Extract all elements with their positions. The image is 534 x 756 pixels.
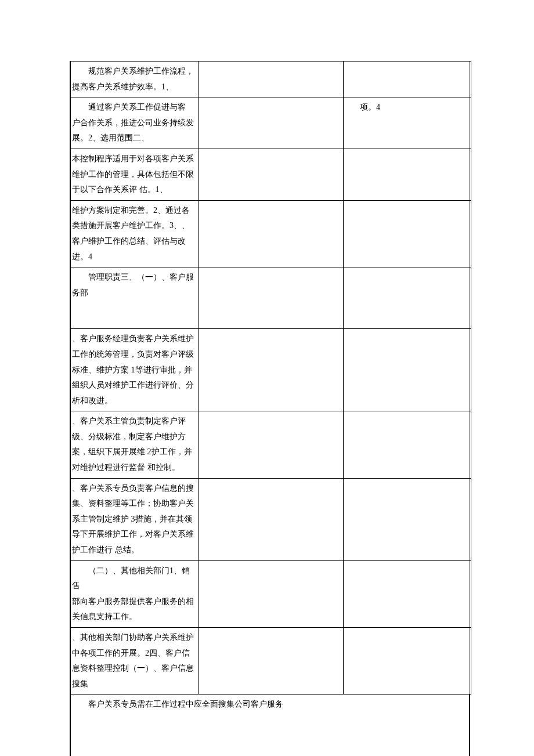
row-7: 、客户关系主管负责制定客户评级、分级标准，制定客户维护方案，组织下属开展维 2护… <box>70 411 471 478</box>
cell-mid-9 <box>199 561 344 628</box>
cell-mid-5 <box>199 267 344 329</box>
cell-right-7 <box>344 411 471 478</box>
cell-right-8 <box>344 479 471 560</box>
bottom-full-row: 客户关系专员需在工作过程中应全面搜集公司客户服务 <box>70 694 470 756</box>
row-10: 、其他相关部门协助客户关系维护中各项工作的开展。2四、客户信息资料整理控制（一）… <box>70 628 471 694</box>
text: 、客户服务经理负责客户关系维护工作的统筹管理，负责对客户评级标准、维护方案 1等… <box>72 333 194 406</box>
text: 规范客户关系维护工作流程， <box>72 64 196 79</box>
cell-right-1 <box>344 62 471 97</box>
cell-left-8: 、客户关系专员负责客户信息的搜集、资料整理等工作；协助客户关系主管制定维护 3措… <box>71 479 199 560</box>
text: 部向客户服务部提供客户服务的相关信息支持工作。 <box>72 596 194 623</box>
text: 、其他相关部门协助客户关系维护中各项工作的开展。2四、客户信息资料整理控制（一）… <box>72 632 194 689</box>
cell-left-3: 本控制程序适用于对各项客户关系维护工作的管理，具体包括但不限于以下合作关系评 估… <box>71 149 199 200</box>
cell-right-3 <box>344 149 471 200</box>
cell-left-10: 、其他相关部门协助客户关系维护中各项工作的开展。2四、客户信息资料整理控制（一）… <box>71 628 199 694</box>
bottom-text: 客户关系专员需在工作过程中应全面搜集公司客户服务 <box>72 697 468 712</box>
cell-mid-7 <box>199 411 344 478</box>
cell-mid-4 <box>199 201 344 267</box>
text: 户合作关系，推进公司业务持续发展。2、选用范围二、 <box>72 117 194 144</box>
cell-right-4 <box>344 201 471 267</box>
cell-left-2: 通过客户关系工作促进与客 户合作关系，推进公司业务持续发展。2、选用范围二、 <box>71 97 199 149</box>
cell-right-5 <box>344 267 471 329</box>
cell-right-10 <box>344 628 471 694</box>
row-6: 、客户服务经理负责客户关系维护工作的统筹管理，负责对客户评级标准、维护方案 1等… <box>70 329 471 411</box>
text: 通过客户关系工作促进与客 <box>72 100 196 115</box>
cell-left-4: 维护方案制定和完善。2、通过各类措施开展客户维护工作。3、、客户维护工作的总结、… <box>71 201 199 267</box>
cell-left-1: 规范客户关系维护工作流程， 提高客户关系维护效率。1、 <box>71 62 199 97</box>
cell-left-5: 管理职责三、（一）、客户服 务部 <box>71 267 199 329</box>
text: 管理职责三、（一）、客户服 务部 <box>72 270 196 301</box>
row-5: 管理职责三、（一）、客户服 务部 <box>70 267 471 329</box>
cell-right-6 <box>344 329 471 411</box>
cell-left-9: （二）、其他相关部门1、销售 部向客户服务部提供客户服务的相关信息支持工作。 <box>71 561 199 628</box>
text: 提高客户关系维护效率。1、 <box>72 81 174 92</box>
cell-right-9 <box>344 561 471 628</box>
row-2: 通过客户关系工作促进与客 户合作关系，推进公司业务持续发展。2、选用范围二、 项… <box>70 97 471 149</box>
cell-mid-10 <box>199 628 344 694</box>
text: （二）、其他相关部门1、销售 <box>72 563 196 594</box>
cell-mid-6 <box>199 329 344 411</box>
cell-mid-2 <box>199 97 344 149</box>
text: 、客户关系专员负责客户信息的搜集、资料整理等工作；协助客户关系主管制定维护 3措… <box>72 483 194 555</box>
text: 本控制程序适用于对各项客户关系维护工作的管理，具体包括但不限于以下合作关系评 估… <box>72 153 194 195</box>
row-9: （二）、其他相关部门1、销售 部向客户服务部提供客户服务的相关信息支持工作。 <box>70 561 471 628</box>
text: 项。4 <box>360 103 380 111</box>
row-8: 、客户关系专员负责客户信息的搜集、资料整理等工作；协助客户关系主管制定维护 3措… <box>70 479 471 561</box>
cell-left-6: 、客户服务经理负责客户关系维护工作的统筹管理，负责对客户评级标准、维护方案 1等… <box>71 329 199 411</box>
text: 维护方案制定和完善。2、通过各类措施开展客户维护工作。3、、客户维护工作的总结、… <box>72 205 190 262</box>
row-3: 本控制程序适用于对各项客户关系维护工作的管理，具体包括但不限于以下合作关系评 估… <box>70 149 471 201</box>
cell-mid-8 <box>199 479 344 560</box>
cell-mid-3 <box>199 149 344 200</box>
cell-left-7: 、客户关系主管负责制定客户评级、分级标准，制定客户维护方案，组织下属开展维 2护… <box>71 411 199 478</box>
text: 、客户关系主管负责制定客户评级、分级标准，制定客户维护方案，组织下属开展维 2护… <box>72 415 192 473</box>
row-4: 维护方案制定和完善。2、通过各类措施开展客户维护工作。3、、客户维护工作的总结、… <box>70 201 471 267</box>
cell-right-2: 项。4 <box>344 97 471 149</box>
document-table-wrapper: 规范客户关系维护工作流程， 提高客户关系维护效率。1、 通过客户关系工作促进与客… <box>70 61 470 756</box>
cell-mid-1 <box>199 62 344 97</box>
row-1: 规范客户关系维护工作流程， 提高客户关系维护效率。1、 <box>70 61 471 97</box>
